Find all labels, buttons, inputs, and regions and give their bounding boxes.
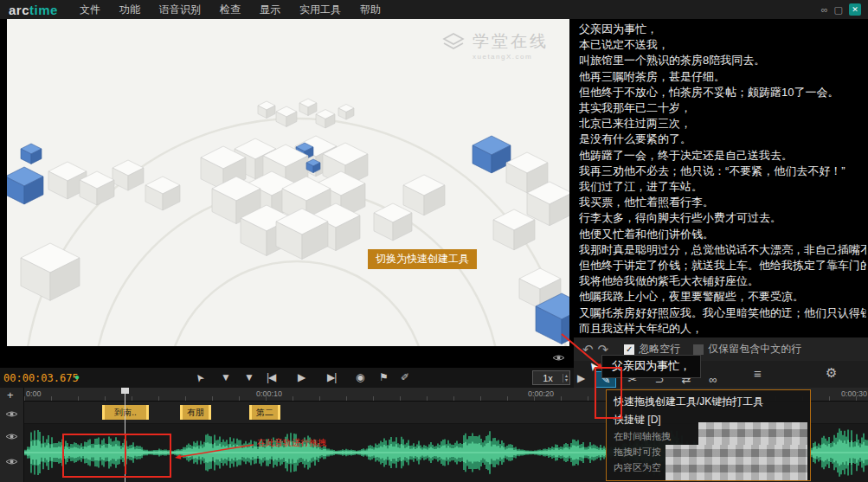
flag-down-icon-2[interactable]: ▼ (244, 372, 254, 383)
speed-spinner[interactable]: ▴ ▾ (563, 374, 569, 382)
next-frame-button[interactable]: ▶| (327, 372, 336, 383)
redo-icon[interactable]: ↷ (598, 344, 609, 356)
speed-select[interactable]: 1x ▴ ▾ (532, 370, 570, 385)
annotation-line (125, 434, 126, 474)
video-pane: 学堂在线 xuetangX.com 切换为快速创建工具 (0, 19, 574, 368)
play-button[interactable]: ▶ (298, 372, 305, 383)
bookmark-icon[interactable]: ⚑ (379, 372, 389, 383)
ruler-label: 0:00:10 (256, 389, 282, 398)
keep-chinese-checkbox[interactable] (693, 344, 704, 355)
subtitle-block[interactable]: 到南.. (102, 405, 149, 420)
mosaic-censor (698, 422, 807, 445)
subtitle-line[interactable]: 叫旅馆里一个熟识的茶房8陪我同去。 (579, 53, 866, 68)
subtitle-line[interactable]: 他再三嘱咐茶房，甚是仔细。 (579, 69, 866, 85)
spin-down-icon[interactable]: ▾ (565, 378, 568, 382)
eye-icon[interactable] (552, 350, 565, 366)
flag-down-icon[interactable]: ▼ (221, 372, 231, 383)
menu-item[interactable]: 语音识别 (150, 0, 210, 19)
window-controls: ∞ ▢ ✕ (821, 3, 861, 16)
watermark: 学堂在线 xuetangX.com (442, 31, 549, 61)
wand-icon[interactable]: ✐ (401, 372, 409, 383)
menu-item[interactable]: 实用工具 (290, 0, 350, 19)
subtitle-line[interactable]: 我们过了江，进了车站。 (579, 179, 866, 195)
timecode: 00:00:03.675 (3, 372, 79, 384)
eye-icon[interactable] (5, 454, 18, 470)
ignore-blank-checkbox[interactable]: ✓ (624, 344, 634, 355)
annotation-box-tool (595, 367, 622, 419)
subtitle-line[interactable]: 他嘱我路上小心，夜里要警醒些，不要受凉。 (579, 289, 866, 305)
subtitle-line[interactable]: 但他终于讲定了价钱；就送我上车。他给我拣定了靠车门的 (579, 258, 866, 273)
watermark-title: 学堂在线 (473, 31, 549, 52)
play-secondary-button[interactable]: ▶ (577, 372, 585, 384)
playhead-handle[interactable] (121, 388, 129, 394)
subtitle-line[interactable]: 我再三劝他不必去；他只说：“不要紧，他们去不好！” (579, 164, 866, 179)
logo-arc: arc (9, 3, 29, 17)
subtitle-line[interactable]: 其实我那年已二十岁， (579, 100, 866, 116)
subtitle-line[interactable]: 是没有什么要紧的了。 (579, 132, 866, 147)
subtitle-block[interactable]: 有朋 (180, 405, 211, 420)
menu-item[interactable]: 文件 (70, 0, 110, 19)
annotation-drag-hint: 在此音轨进行拖拽 (257, 437, 326, 449)
menu-bar-items: 文件功能语音识别检查显示实用工具帮助 (70, 0, 390, 19)
menu-item[interactable]: 检查 (210, 0, 250, 19)
menu-item[interactable]: 显示 (250, 0, 290, 19)
menu-item[interactable]: 帮助 (350, 0, 390, 19)
tool-tooltip-popup: 快速拖拽创建工具/JK键拍打工具 快捷键 [D] 在时间轴拖拽 拖拽时可按 内容… (606, 389, 811, 481)
subtitle-line[interactable]: 但他终于不放心，怕茶房不妥帖；颇踌躇10了一会。 (579, 85, 866, 100)
subtitle-line[interactable]: 我那时真是聪明过分，总觉他说话不大漂亮，非自己插嘴不可 (579, 242, 866, 258)
subtitle-line[interactable]: 我买票，他忙着照看行李。 (579, 195, 866, 210)
playback-control-bar: 00:00:03.675 ● ➤ ▼ ▼ |◀ ▶ ▶| ◉ ⚑ ✐ 1x ▴ … (0, 368, 574, 388)
eye-icon[interactable] (5, 407, 18, 422)
watermark-book-icon (442, 31, 465, 54)
subtitle-block[interactable]: 第二 (249, 405, 280, 420)
keep-chinese-label: 仅保留包含中文的行 (708, 342, 801, 357)
ruler-label: 0:00 (26, 389, 42, 398)
video-scene (7, 19, 569, 346)
tooltip-title: 快速拖拽创建工具/JK键拍打工具 (614, 395, 803, 409)
subtitle-line[interactable]: 北京已来往过两三次， (579, 116, 866, 132)
subtitle-line[interactable]: 行李太多，得向脚夫行些小费才可过去。 (579, 210, 866, 226)
undo-icon[interactable]: ↶ (582, 344, 594, 356)
eye-icon[interactable] (5, 429, 18, 445)
subtitle-line[interactable]: 本已说定不送我， (579, 37, 866, 53)
camera-icon[interactable]: ◉ (356, 372, 364, 383)
speed-value: 1x (533, 373, 563, 383)
app-logo: arctime (9, 3, 58, 17)
subtitle-line[interactable]: 他踌躇了一会，终于决定还是自己送我去。 (579, 148, 866, 164)
cursor-tool-icon[interactable]: ➤ (196, 372, 204, 383)
list-view-icon[interactable]: ≡ (754, 367, 762, 380)
prev-frame-button[interactable]: |◀ (267, 372, 275, 383)
subtitle-line[interactable]: 他便又忙着和他们讲价钱。 (579, 227, 866, 242)
annotation-tool-tip: 切换为快速创建工具 (368, 249, 477, 269)
add-track-button[interactable]: + (7, 389, 14, 402)
menubar: arctime 文件功能语音识别检查显示实用工具帮助 ∞ ▢ ✕ (0, 0, 868, 19)
subtitle-line[interactable]: 我将他给我做的紫毛大衣铺好座位。 (579, 273, 866, 289)
ruler-label: 0:00:30 (841, 389, 867, 398)
subtitle-line[interactable]: 而且我这样大年纪的人， (579, 321, 866, 337)
watermark-subtitle: xuetangX.com (473, 53, 549, 61)
logo-time: time (29, 3, 58, 17)
mosaic-censor (665, 445, 807, 480)
link-tool-icon[interactable]: ∞ (703, 371, 723, 388)
maximize-icon[interactable]: ▢ (834, 4, 843, 16)
subtitle-line[interactable]: 又嘱托茶房好好照应我。我心里暗笑他的迂；他们只认得钱 (579, 305, 866, 321)
link-icon[interactable]: ∞ (821, 4, 828, 15)
subtitle-text-panel[interactable]: 父亲因为事忙，本已说定不送我，叫旅馆里一个熟识的茶房8陪我同去。他再三嘱咐茶房，… (574, 19, 868, 337)
subtitle-line[interactable]: 父亲因为事忙， (579, 22, 866, 37)
track-gutter: + (0, 388, 24, 482)
status-dot-icon: ● (74, 373, 80, 382)
video-preview[interactable]: 学堂在线 xuetangX.com 切换为快速创建工具 (7, 19, 569, 346)
menu-item[interactable]: 功能 (110, 0, 150, 19)
annotation-box-waveform (62, 434, 171, 478)
arctime-window: arctime 文件功能语音识别检查显示实用工具帮助 ∞ ▢ ✕ 学堂在线 xu… (0, 0, 868, 482)
ruler-label: 0:00:20 (528, 389, 554, 398)
close-icon[interactable]: ✕ (849, 3, 861, 16)
gear-icon[interactable]: ⚙ (826, 366, 837, 379)
